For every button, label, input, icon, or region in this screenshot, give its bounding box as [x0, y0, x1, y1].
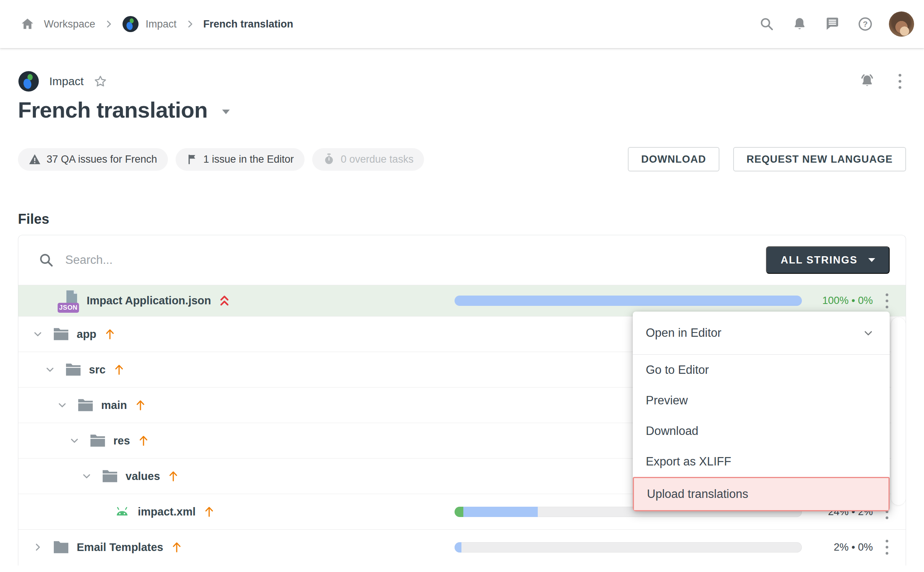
menu-item-upload-translations[interactable]: Upload translations — [633, 477, 890, 511]
folder-open-icon — [65, 362, 82, 377]
arrow-up-icon — [171, 541, 182, 554]
translation-progress-bar — [455, 296, 802, 306]
chevron-down-icon[interactable] — [32, 329, 43, 339]
timer-icon — [323, 153, 335, 166]
progress-percentages: 2% • 0% — [812, 541, 873, 553]
overdue-tasks-badge: 0 overdue tasks — [312, 148, 424, 171]
user-avatar[interactable] — [889, 11, 914, 37]
status-badges-row: 37 QA issues for French 1 issue in the E… — [18, 147, 906, 171]
folder-name[interactable]: src — [89, 364, 106, 376]
progress-segment-blue — [455, 542, 461, 553]
chevron-down-icon[interactable] — [57, 400, 68, 410]
folder-name[interactable]: main — [101, 399, 127, 412]
breadcrumb-project[interactable]: Impact — [146, 18, 177, 30]
top-navigation-bar: Workspace Impact French translation ? — [0, 0, 924, 48]
all-strings-filter-button[interactable]: ALL STRINGS — [766, 246, 890, 274]
menu-item-go-to-editor[interactable]: Go to Editor — [633, 355, 890, 385]
menu-item-export-as-xliff[interactable]: Export as XLIFF — [633, 446, 890, 477]
chevron-down-icon[interactable] — [45, 364, 55, 375]
folder-open-icon — [52, 326, 70, 342]
svg-text:?: ? — [863, 19, 868, 28]
files-search-input[interactable] — [65, 253, 766, 267]
qa-issues-badge[interactable]: 37 QA issues for French — [18, 148, 168, 171]
chevron-down-icon[interactable] — [81, 471, 92, 482]
arrow-up-icon — [138, 434, 149, 447]
json-file-icon: JSON — [58, 289, 80, 313]
chevron-right-icon — [185, 19, 195, 29]
progress-segment-blue — [455, 296, 802, 306]
progress-segment-green — [455, 507, 463, 517]
project-kebab-menu-icon[interactable] — [898, 73, 902, 90]
files-search-row: ALL STRINGS — [18, 235, 906, 285]
row-kebab-menu-icon[interactable] — [873, 292, 901, 309]
progress-percentages: 100% • 0% — [812, 295, 873, 307]
chevron-right-icon[interactable] — [32, 542, 43, 553]
notifications-bell-icon[interactable] — [792, 16, 807, 32]
arrow-up-icon — [104, 328, 116, 341]
star-favorite-icon[interactable] — [94, 74, 107, 88]
folder-open-icon — [89, 433, 106, 448]
menu-item-preview[interactable]: Preview — [633, 385, 890, 416]
folder-closed-icon — [52, 540, 70, 555]
folder-open-icon — [101, 469, 119, 484]
home-icon[interactable] — [20, 17, 35, 31]
arrow-up-icon — [168, 470, 179, 483]
search-icon[interactable] — [759, 16, 774, 32]
folder-name[interactable]: res — [113, 435, 130, 447]
file-context-menu: Open in Editor Go to EditorPreviewDownlo… — [633, 312, 890, 511]
files-section-heading: Files — [18, 211, 906, 227]
folder-name[interactable]: Email Templates — [77, 541, 163, 554]
file-tree-row[interactable]: Email Templates2% • 0% — [18, 529, 906, 565]
translation-progress-bar — [455, 542, 802, 553]
menu-item-download[interactable]: Download — [633, 416, 890, 446]
file-name[interactable]: impact.xml — [138, 506, 196, 518]
scrollbar-thumb[interactable] — [891, 317, 906, 505]
folder-name[interactable]: app — [77, 328, 97, 341]
help-icon[interactable]: ? — [858, 16, 873, 32]
menu-item-open-in-editor[interactable]: Open in Editor — [633, 312, 890, 354]
arrow-up-icon — [203, 505, 215, 518]
editor-issues-badge[interactable]: 1 issue in the Editor — [176, 148, 305, 171]
chat-icon[interactable] — [825, 16, 840, 32]
arrow-up-icon — [113, 363, 125, 376]
row-kebab-menu-icon[interactable] — [873, 539, 901, 556]
row-right-group: 2% • 0% — [455, 539, 906, 556]
progress-segment-blue — [463, 507, 538, 517]
page-title: French translation — [18, 97, 208, 123]
row-right-group: 100% • 0% — [455, 292, 906, 309]
download-button[interactable]: DOWNLOAD — [628, 147, 719, 171]
project-notifications-bell-icon[interactable] — [859, 73, 876, 90]
folder-name[interactable]: values — [126, 470, 160, 483]
file-name[interactable]: Impact Application.json — [87, 294, 211, 307]
json-file-type-badge: JSON — [58, 303, 79, 313]
flag-icon — [186, 154, 198, 165]
folder-open-icon — [77, 397, 94, 413]
chevron-down-icon[interactable] — [69, 435, 80, 446]
android-file-icon — [113, 506, 131, 518]
chevron-down-icon — [868, 258, 875, 262]
title-dropdown-caret-icon[interactable] — [222, 110, 230, 114]
project-logo-icon — [122, 16, 139, 32]
warning-icon — [29, 154, 41, 165]
project-name: Impact — [49, 75, 84, 88]
double-chevron-up-icon — [219, 294, 230, 308]
chevron-right-icon — [104, 19, 114, 29]
search-icon — [39, 252, 54, 268]
menu-items: Go to EditorPreviewDownloadExport as XLI… — [633, 355, 890, 511]
breadcrumb-workspace[interactable]: Workspace — [44, 18, 95, 30]
arrow-up-icon — [135, 399, 146, 412]
request-new-language-button[interactable]: REQUEST NEW LANGUAGE — [733, 147, 906, 171]
project-logo-icon — [18, 71, 39, 92]
chevron-down-icon — [862, 327, 874, 339]
breadcrumb-current-page: French translation — [203, 18, 293, 30]
